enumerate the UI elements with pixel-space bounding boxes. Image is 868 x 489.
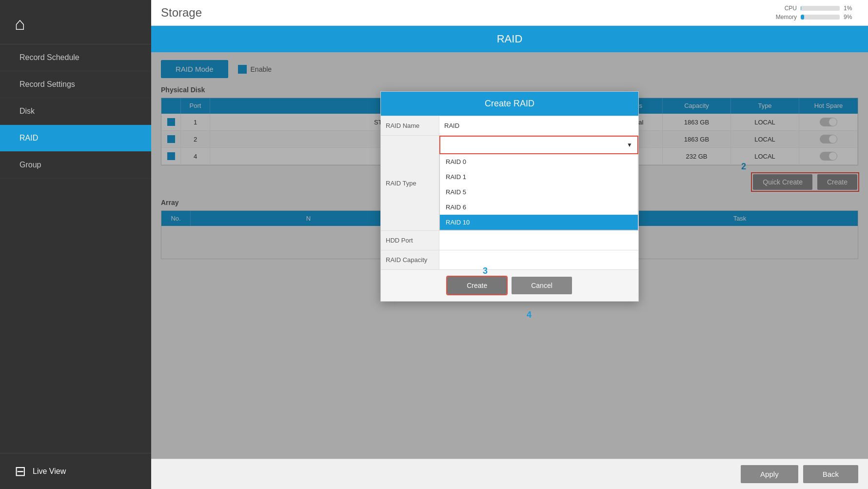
- raid-name-field: RAID Name RAID: [381, 116, 638, 136]
- header-stats: CPU 1% Memory 9%: [772, 5, 858, 20]
- page-section-title: RAID: [151, 26, 868, 52]
- dropdown-option-raid0[interactable]: RAID 0: [440, 154, 638, 169]
- sidebar-item-group[interactable]: Group: [0, 152, 151, 179]
- memory-bar-bg: [801, 15, 840, 20]
- sidebar: ⌂ Record Schedule Record Settings Disk R…: [0, 0, 151, 489]
- home-button[interactable]: ⌂: [0, 0, 151, 44]
- footer-bar: Apply Back: [151, 459, 868, 489]
- memory-stat: Memory 9%: [772, 14, 858, 20]
- hdd-port-label: HDD Port: [381, 231, 439, 250]
- modal-overlay: 3 4 Create RAID RAID Name RAID RAID Type: [151, 52, 868, 459]
- raid-type-value: RAID 0 ▼ RAID 0 RAID 1 RAID 5 RAID 6 RAI…: [439, 136, 638, 230]
- modal-cancel-button[interactable]: Cancel: [512, 277, 572, 294]
- raid-capacity-value[interactable]: [439, 250, 638, 269]
- raid-type-label: RAID Type: [381, 136, 439, 230]
- cpu-bar-bg: [801, 6, 840, 11]
- sidebar-item-label: RAID: [20, 134, 38, 142]
- sidebar-item-raid[interactable]: RAID: [0, 125, 151, 152]
- raid-name-label: RAID Name: [381, 116, 439, 135]
- modal-title: Create RAID: [381, 92, 638, 116]
- hdd-port-field: HDD Port: [381, 231, 638, 250]
- home-icon: ⌂: [15, 14, 25, 34]
- hdd-port-value[interactable]: [439, 231, 638, 250]
- raid-capacity-label: RAID Capacity: [381, 250, 439, 269]
- back-button[interactable]: Back: [803, 465, 858, 483]
- dropdown-option-raid6[interactable]: RAID 6: [440, 200, 638, 215]
- annotation-3: 3: [483, 266, 488, 276]
- cpu-label: CPU: [772, 5, 797, 12]
- live-view-label: Live View: [33, 467, 66, 476]
- page-title: Storage: [161, 6, 202, 20]
- memory-value: 9%: [844, 14, 858, 20]
- modal-create-button[interactable]: Create: [447, 277, 507, 294]
- cpu-bar-fill: [801, 6, 801, 11]
- sidebar-item-record-schedule[interactable]: Record Schedule: [0, 44, 151, 71]
- live-view-icon: ⊟: [15, 463, 26, 479]
- cpu-stat: CPU 1%: [772, 5, 858, 12]
- annotation-4: 4: [527, 310, 532, 320]
- sidebar-item-label: Record Settings: [20, 80, 75, 88]
- memory-label: Memory: [772, 14, 797, 20]
- sidebar-footer: ⊟ Live View: [0, 453, 151, 489]
- raid-capacity-field: RAID Capacity: [381, 250, 638, 270]
- sidebar-item-label: Group: [20, 161, 41, 169]
- sidebar-item-label: Disk: [20, 107, 35, 115]
- content-area: RAID Mode Enable Physical Disk Port Vend…: [151, 52, 868, 459]
- create-raid-modal: Create RAID RAID Name RAID RAID Type RAI…: [380, 91, 639, 302]
- memory-bar-fill: [801, 15, 804, 20]
- sidebar-item-record-settings[interactable]: Record Settings: [0, 71, 151, 98]
- sidebar-item-label: Record Schedule: [20, 53, 79, 61]
- apply-button[interactable]: Apply: [741, 465, 798, 483]
- modal-footer: Create Cancel: [381, 270, 638, 301]
- main-content: Storage CPU 1% Memory 9% RAID RAID Mode: [151, 0, 868, 489]
- header: Storage CPU 1% Memory 9%: [151, 0, 868, 26]
- raid-type-dropdown[interactable]: RAID 0 ▼: [439, 136, 638, 154]
- dropdown-option-raid5[interactable]: RAID 5: [440, 184, 638, 200]
- dropdown-option-raid1[interactable]: RAID 1: [440, 169, 638, 184]
- cpu-value: 1%: [844, 5, 858, 12]
- raid-type-field: RAID Type RAID 0 ▼ RAID 0 RAID 1 RAID 5 …: [381, 136, 638, 231]
- modal-body: RAID Name RAID RAID Type RAID 0 ▼ RA: [381, 116, 638, 270]
- dropdown-selected: RAID 0: [445, 141, 471, 149]
- sidebar-item-disk[interactable]: Disk: [0, 98, 151, 125]
- sidebar-nav: Record Schedule Record Settings Disk RAI…: [0, 44, 151, 453]
- dropdown-list: RAID 0 RAID 1 RAID 5 RAID 6 RAID 10: [439, 154, 638, 230]
- dropdown-option-raid10[interactable]: RAID 10: [440, 215, 638, 230]
- raid-name-value[interactable]: RAID: [439, 116, 638, 135]
- chevron-down-icon: ▼: [627, 142, 632, 148]
